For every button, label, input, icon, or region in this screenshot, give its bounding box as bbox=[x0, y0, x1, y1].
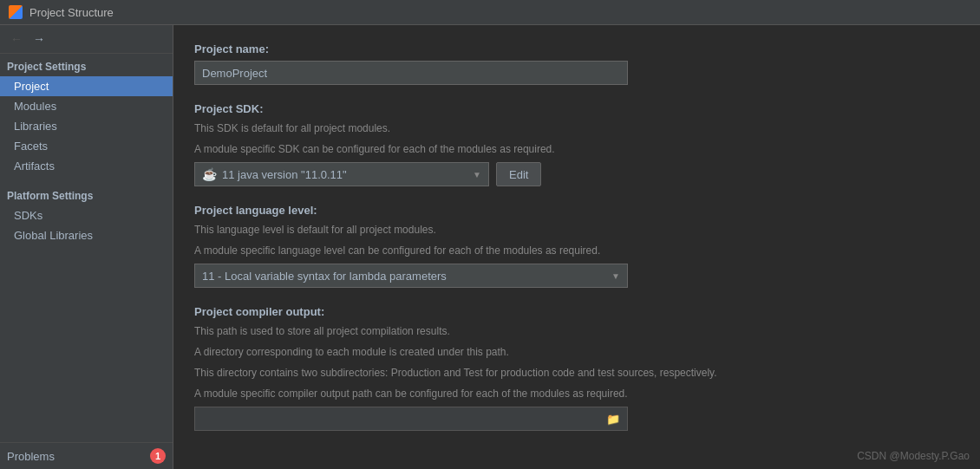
java-icon: ☕ bbox=[202, 167, 217, 181]
compiler-output-section: Project compiler output: This path is us… bbox=[194, 305, 959, 431]
output-path-row: 📁 bbox=[194, 407, 628, 431]
sidebar-item-global-libraries[interactable]: Global Libraries bbox=[0, 225, 173, 245]
compiler-output-desc1: This path is used to store all project c… bbox=[194, 323, 959, 339]
sidebar: ← → Project Settings Project Modules Lib… bbox=[0, 25, 173, 469]
compiler-output-desc4: A module specific compiler output path c… bbox=[194, 386, 959, 401]
sdk-row: ☕ 11 java version "11.0.11" ▼ Edit bbox=[194, 162, 959, 186]
compiler-output-desc2: A directory corresponding to each module… bbox=[194, 344, 959, 360]
content-area: Project name: Project SDK: This SDK is d… bbox=[173, 25, 980, 469]
language-level-value: 11 - Local variable syntax for lambda pa… bbox=[202, 270, 611, 283]
sidebar-item-libraries[interactable]: Libraries bbox=[0, 116, 173, 136]
folder-browse-button[interactable]: 📁 bbox=[606, 413, 620, 426]
project-language-desc1: This language level is default for all p… bbox=[194, 222, 959, 238]
project-language-desc2: A module specific language level can be … bbox=[194, 243, 959, 258]
forward-button[interactable]: → bbox=[29, 30, 49, 48]
language-level-dropdown[interactable]: 11 - Local variable syntax for lambda pa… bbox=[194, 264, 628, 288]
project-name-label: Project name: bbox=[194, 42, 959, 55]
sdk-dropdown[interactable]: ☕ 11 java version "11.0.11" ▼ bbox=[194, 162, 489, 186]
compiler-output-desc3: This directory contains two subdirectori… bbox=[194, 365, 959, 381]
sidebar-item-facets[interactable]: Facets bbox=[0, 136, 173, 156]
sidebar-item-project[interactable]: Project bbox=[0, 76, 173, 96]
sdk-dropdown-arrow: ▼ bbox=[473, 170, 481, 179]
project-name-section: Project name: bbox=[194, 42, 959, 85]
output-path-input[interactable] bbox=[202, 413, 606, 426]
nav-controls: ← → bbox=[0, 25, 173, 54]
platform-settings-label: Platform Settings bbox=[0, 183, 173, 205]
project-language-section: Project language level: This language le… bbox=[194, 204, 959, 288]
project-sdk-label: Project SDK: bbox=[194, 102, 959, 115]
sdk-value-text: 11 java version "11.0.11" bbox=[222, 168, 473, 181]
project-language-label: Project language level: bbox=[194, 204, 959, 217]
project-sdk-desc2: A module specific SDK can be configured … bbox=[194, 141, 959, 157]
app-logo bbox=[9, 5, 23, 19]
project-sdk-desc1: This SDK is default for all project modu… bbox=[194, 121, 959, 136]
sidebar-item-sdks[interactable]: SDKs bbox=[0, 205, 173, 225]
main-layout: ← → Project Settings Project Modules Lib… bbox=[0, 25, 980, 469]
edit-button[interactable]: Edit bbox=[496, 162, 541, 186]
problems-label: Problems bbox=[7, 450, 150, 463]
problems-item[interactable]: Problems 1 bbox=[0, 442, 173, 469]
sidebar-item-modules[interactable]: Modules bbox=[0, 96, 173, 116]
language-level-arrow: ▼ bbox=[611, 271, 620, 281]
project-sdk-section: Project SDK: This SDK is default for all… bbox=[194, 102, 959, 186]
project-settings-label: Project Settings bbox=[0, 54, 173, 76]
title-bar: Project Structure bbox=[0, 0, 980, 25]
watermark: CSDN @Modesty.P.Gao bbox=[857, 450, 970, 462]
project-name-input[interactable] bbox=[194, 61, 628, 85]
back-button[interactable]: ← bbox=[7, 30, 26, 48]
title-bar-text: Project Structure bbox=[29, 6, 114, 19]
compiler-output-label: Project compiler output: bbox=[194, 305, 959, 318]
problems-badge: 1 bbox=[150, 448, 166, 464]
sidebar-item-artifacts[interactable]: Artifacts bbox=[0, 156, 173, 176]
